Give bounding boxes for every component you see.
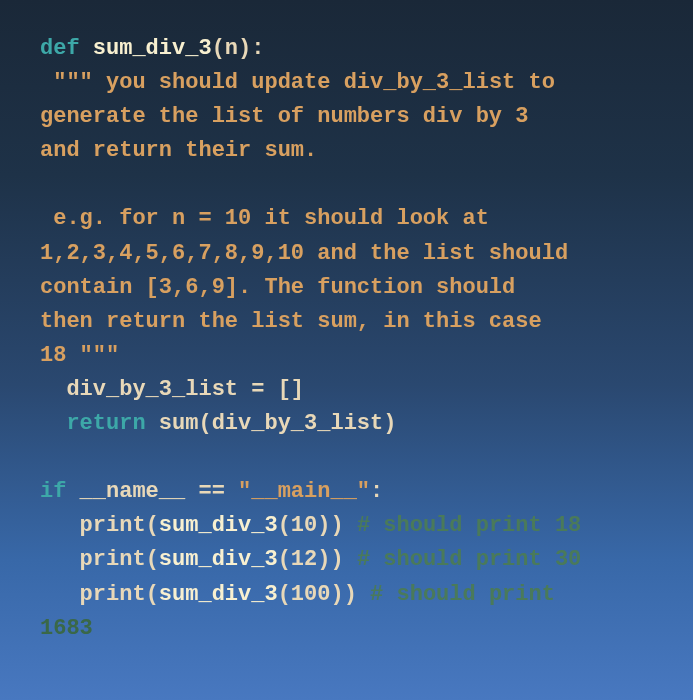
paren-open: ( [146, 513, 159, 538]
func-name: sum_div_3 [93, 36, 212, 61]
sig: (n): [212, 36, 265, 61]
comment: # should print [370, 582, 555, 607]
paren-close: )) [330, 582, 356, 607]
call-print: print [40, 582, 146, 607]
dunder-name: __name__ [66, 479, 198, 504]
keyword-if: if [40, 479, 66, 504]
space [344, 547, 357, 572]
paren-open: ( [146, 582, 159, 607]
paren-open: ( [146, 547, 159, 572]
colon: : [370, 479, 383, 504]
func-call: sum_div_3 [159, 513, 278, 538]
call-sum: sum [146, 411, 199, 436]
docstring-close: 18 """ [40, 343, 119, 368]
comment: # should print 30 [357, 547, 581, 572]
keyword-def: def [40, 36, 80, 61]
docstring-line: generate the list of numbers div by 3 [40, 104, 528, 129]
call-print: print [40, 513, 146, 538]
string-main: "__main__" [225, 479, 370, 504]
docstring-open: """ [40, 70, 106, 95]
docstring-line: 1,2,3,4,5,6,7,8,9,10 and the list should [40, 241, 568, 266]
call-args: (div_by_3_list) [198, 411, 396, 436]
docstring-line: contain [3,6,9]. The function should [40, 275, 515, 300]
keyword-return: return [66, 411, 145, 436]
arg-num: (12 [278, 547, 318, 572]
func-call: sum_div_3 [159, 547, 278, 572]
call-print: print [40, 547, 146, 572]
arg-num: (100 [278, 582, 331, 607]
assignment: div_by_3_list = [] [40, 377, 304, 402]
docstring-line: e.g. for n = 10 it should look at [40, 206, 489, 231]
comment: # should print 18 [357, 513, 581, 538]
paren-close: )) [317, 547, 343, 572]
paren-close: )) [317, 513, 343, 538]
space [357, 582, 370, 607]
func-call: sum_div_3 [159, 582, 278, 607]
space [344, 513, 357, 538]
code-block: def sum_div_3(n): """ you should update … [40, 32, 653, 646]
op-eq: == [198, 479, 224, 504]
docstring-line: you should update div_by_3_list to [106, 70, 555, 95]
arg-num: (10 [278, 513, 318, 538]
docstring-line: then return the list sum, in this case [40, 309, 542, 334]
comment-continuation: 1683 [40, 616, 93, 641]
docstring-line: and return their sum. [40, 138, 317, 163]
